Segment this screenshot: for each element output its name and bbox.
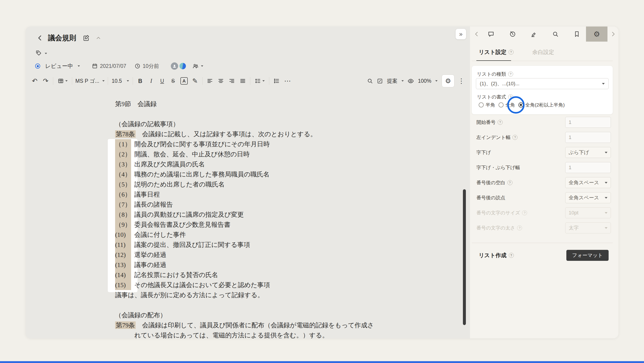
avatar[interactable] [171,62,178,70]
help-icon[interactable]: ? [508,180,512,185]
collapse-header-icon[interactable] [96,35,102,41]
avatar[interactable] [179,62,186,70]
list-item-number: (13) [115,260,131,270]
tag-caret-icon[interactable] [45,53,47,54]
undo-button[interactable]: ↶ [29,76,40,86]
justify-button[interactable] [237,76,248,86]
pencil-icon: ✎ [192,78,198,84]
redo-button[interactable]: ↷ [40,76,51,86]
tag-icon[interactable] [36,50,42,57]
article-number: 第79条 [115,321,136,329]
rename-icon[interactable] [83,35,90,41]
left-indent-input[interactable] [565,132,611,143]
bullet-list-icon [273,78,280,84]
list-type-select[interactable]: (1)、(2)、...(10)... [476,78,608,89]
collapse-panel-button[interactable]: » [456,29,466,39]
more-tools-button[interactable]: ⋯ [282,76,293,86]
radio-zenkaku-2digit-hankaku[interactable]: 全角(2桁以上半角) [518,102,565,108]
document-header: 議会規則 [36,33,102,43]
align-center-button[interactable] [215,76,226,86]
punct-after-number-select[interactable]: 全角スペース [565,192,611,203]
start-number-input[interactable] [565,117,611,128]
list-item[interactable]: （6）議事日程 [115,189,448,200]
document-title: 議会規則 [48,33,76,43]
align-left-button[interactable] [204,76,215,86]
list-item[interactable]: (10)会議に付した事件 [115,230,448,240]
list-item[interactable]: (13)議事の経過 [115,260,448,270]
underline-button[interactable]: U [157,76,168,86]
list-item[interactable]: （2）開議、散会、延会、中止及び休憩の日時 [115,149,448,159]
list-button[interactable] [271,76,282,86]
form-row-hanging-width: 字下げ・ぶら下げ幅? [472,160,613,175]
hanging-width-input[interactable] [565,162,611,173]
font-size-select[interactable]: 10.5 [110,76,131,86]
collaborators[interactable] [171,62,186,70]
overflow-menu-button[interactable]: ⋮ [457,76,466,86]
list-item[interactable]: （7）議長の諸報告 [115,200,448,210]
panel-search-button[interactable] [549,27,562,42]
highlighter-icon [530,31,537,38]
list-item[interactable]: (11)議案の提出、撤回及び訂正に関する事項 [115,240,448,250]
format-button[interactable]: フォーマット [566,250,608,261]
share-members[interactable] [192,63,203,69]
comments-button[interactable] [484,27,498,42]
list-item-number: （3） [115,159,131,169]
panel-forward-button[interactable] [608,27,618,42]
settings-button-active[interactable]: ⚙ [442,75,454,87]
suggest-mode-select[interactable]: 提案 [376,76,405,86]
review-status[interactable]: レビュー中 [35,62,80,70]
panel-divider [472,243,613,243]
help-icon[interactable]: ? [509,253,514,258]
help-icon[interactable]: ? [508,72,513,77]
list-item[interactable]: （4）職務のため議場に出席した事務局職員の職氏名 [115,169,448,179]
list-item[interactable]: (14)記名投票における賛否の氏名 [115,270,448,280]
radio-hankaku[interactable]: 半角 [479,102,495,108]
list-item[interactable]: (12)選挙の経過 [115,250,448,260]
list-item[interactable]: （3）出席及び欠席議員の氏名 [115,159,448,169]
space-after-number-select[interactable]: 全角スペース [565,177,611,188]
calendar-icon [92,63,98,69]
list-item-number: （9） [115,220,131,230]
search-button[interactable] [364,76,376,86]
help-icon[interactable]: ? [508,50,514,55]
help-icon[interactable]: ? [498,120,503,125]
strikethrough-button[interactable]: S [168,76,178,86]
list-item[interactable]: （5）説明のため出席した者の職氏名 [115,179,448,189]
help-icon[interactable]: ? [517,225,522,230]
proofread-button[interactable] [528,27,540,42]
back-icon[interactable] [36,34,44,42]
panel-back-button[interactable] [471,27,483,42]
preview-button[interactable] [405,76,416,86]
italic-button[interactable]: I [146,76,157,86]
help-icon[interactable]: ? [522,210,527,215]
zoom-select[interactable]: 100% [416,76,440,86]
screen: » 議会規則 [0,0,644,363]
highlight-pen-button[interactable]: ✎ [190,76,200,86]
list-item[interactable]: （9）委員会報告書及び少数意見報告書 [115,220,448,230]
panel-settings-button-active[interactable]: ⚙ [586,27,608,42]
list-item[interactable]: (15)その他議長又は議会において必要と認めた事項 [115,280,448,290]
list-item-number: (15) [115,280,131,290]
indent-style-select[interactable]: ぶら下げ [565,147,611,158]
form-row-left-indent: 左インデント幅? [472,130,613,145]
bold-button[interactable]: B [135,76,146,86]
help-icon[interactable]: ? [512,135,518,140]
tab-list-settings[interactable]: リスト設定 ? [479,49,514,56]
char-style-button[interactable]: A [178,76,190,86]
font-family-select[interactable]: MS P ゴ... [74,76,106,86]
subheading-entries: （会議録の記載事項） [115,119,448,129]
line-spacing-button[interactable] [252,76,267,86]
history-button[interactable] [506,27,519,42]
list-item[interactable]: （8）議員の異動並びに議席の指定及び変更 [115,210,448,220]
document-body[interactable]: 第9節 会議録 （会議録の記載事項） 第78条 会議録に記載し、又は記録する事項… [115,99,448,338]
bookmark-button[interactable] [570,27,583,42]
list-item-number: （2） [115,149,131,159]
suggest-icon [377,78,383,84]
align-right-button[interactable] [226,76,237,86]
chevron-left-icon [474,31,480,37]
document-scrollbar[interactable] [463,189,466,325]
list-item[interactable]: （1）開会及び閉会に関する事項並びにその年月日時 [115,139,448,149]
blank-line [115,109,448,119]
tab-margin-settings[interactable]: 余白設定 [532,49,554,56]
table-button[interactable] [55,76,70,86]
